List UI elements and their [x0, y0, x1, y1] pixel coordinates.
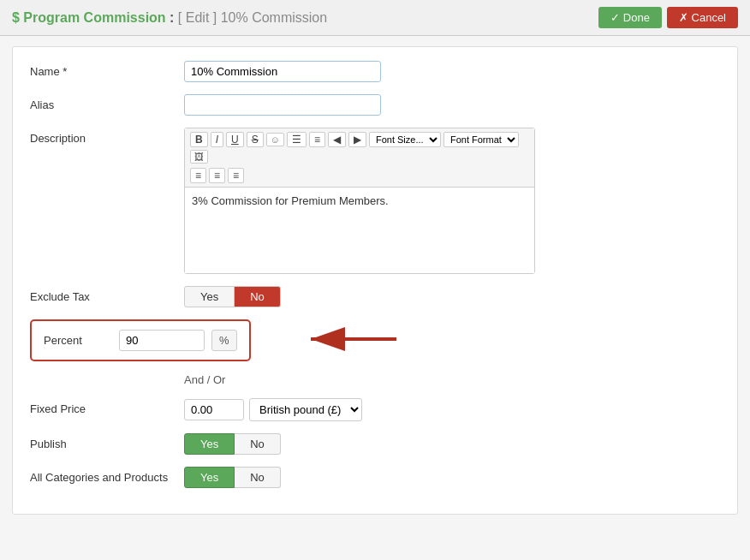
- description-control: B I U S ☺ ☰ ≡ ◀ ▶ Font Size... Font F: [184, 128, 720, 274]
- title-edit: [ Edit ] 10% Commission: [178, 10, 327, 25]
- all-categories-yes-button[interactable]: Yes: [184, 467, 235, 488]
- percent-input[interactable]: [119, 330, 205, 351]
- all-categories-row: All Categories and Products Yes No: [30, 467, 720, 488]
- list-unordered-button[interactable]: ☰: [287, 132, 307, 147]
- publish-row: Publish Yes No: [30, 433, 720, 455]
- fixed-price-control: British pound (£) US dollar ($) Euro (€): [184, 398, 720, 421]
- align-left2-button[interactable]: ≡: [190, 168, 206, 183]
- exclude-tax-yes-button[interactable]: Yes: [184, 286, 235, 307]
- underline-button[interactable]: U: [226, 132, 244, 147]
- align-center-button[interactable]: ▶: [348, 132, 366, 147]
- align-right2-button[interactable]: ≡: [228, 168, 244, 183]
- editor-content[interactable]: 3% Commission for Premium Members.: [185, 188, 534, 273]
- fixed-price-label: Fixed Price: [30, 398, 184, 415]
- all-categories-no-button[interactable]: No: [235, 467, 281, 488]
- font-size-select[interactable]: Font Size...: [369, 132, 441, 147]
- font-format-select[interactable]: Font Format: [443, 132, 519, 147]
- italic-button[interactable]: I: [211, 132, 223, 147]
- and-or-text: And / Or: [184, 373, 225, 386]
- page-wrapper: $ Program Commission : [ Edit ] 10% Comm…: [0, 0, 750, 560]
- publish-toggle: Yes No: [184, 433, 720, 455]
- arrow-container: [302, 322, 405, 359]
- strikethrough-button[interactable]: S: [247, 132, 264, 147]
- alias-row: Alias: [30, 94, 720, 116]
- name-label: Name *: [30, 61, 184, 78]
- done-button[interactable]: ✓ Done: [598, 7, 662, 28]
- percent-sign: %: [211, 330, 237, 351]
- title-program: Program Commission: [23, 10, 165, 25]
- smiley-button[interactable]: ☺: [266, 133, 284, 146]
- list-ordered-button[interactable]: ≡: [309, 132, 325, 147]
- cancel-button[interactable]: ✗ Cancel: [667, 7, 738, 28]
- align-center2-button[interactable]: ≡: [209, 168, 225, 183]
- exclude-tax-toggle: Yes No: [184, 286, 720, 307]
- red-arrow-svg: [302, 322, 405, 356]
- alias-label: Alias: [30, 94, 184, 111]
- editor-wrapper: B I U S ☺ ☰ ≡ ◀ ▶ Font Size... Font F: [184, 128, 535, 274]
- name-row: Name *: [30, 61, 720, 82]
- editor-toolbar: B I U S ☺ ☰ ≡ ◀ ▶ Font Size... Font F: [185, 128, 534, 188]
- alias-control: [184, 94, 720, 116]
- name-control: [184, 61, 720, 82]
- exclude-tax-no-button[interactable]: No: [235, 286, 281, 307]
- description-row: Description B I U S ☺ ☰ ≡ ◀ ▶ Font Siz: [30, 128, 720, 274]
- publish-yes-button[interactable]: Yes: [184, 433, 235, 455]
- form-area: Name * Alias Description B I U S: [12, 46, 738, 515]
- exclude-tax-row: Exclude Tax Yes No: [30, 286, 720, 307]
- all-categories-control: Yes No: [184, 467, 720, 488]
- publish-no-button[interactable]: No: [235, 433, 281, 455]
- name-input[interactable]: [184, 61, 381, 82]
- and-or-row: And / Or: [30, 373, 720, 386]
- exclude-tax-label: Exclude Tax: [30, 286, 184, 303]
- all-categories-toggle: Yes No: [184, 467, 720, 488]
- exclude-tax-control: Yes No: [184, 286, 720, 307]
- image-button[interactable]: 🖼: [190, 150, 208, 164]
- all-categories-label: All Categories and Products: [30, 467, 184, 484]
- bold-button[interactable]: B: [190, 132, 208, 147]
- fixed-price-input[interactable]: [184, 399, 244, 420]
- publish-control: Yes No: [184, 433, 720, 455]
- fixed-price-row: Fixed Price British pound (£) US dollar …: [30, 398, 720, 421]
- percent-section: Percent %: [30, 319, 251, 361]
- header-buttons: ✓ Done ✗ Cancel: [598, 7, 738, 28]
- percent-row: Percent %: [30, 319, 720, 361]
- currency-select[interactable]: British pound (£) US dollar ($) Euro (€): [249, 398, 362, 421]
- dollar-icon: $: [12, 10, 20, 25]
- page-header: $ Program Commission : [ Edit ] 10% Comm…: [0, 0, 750, 36]
- title-separator: :: [170, 10, 178, 25]
- description-label: Description: [30, 128, 184, 145]
- align-left-button[interactable]: ◀: [328, 132, 346, 147]
- alias-input[interactable]: [184, 94, 381, 116]
- percent-label: Percent: [44, 334, 112, 347]
- page-title: $ Program Commission : [ Edit ] 10% Comm…: [12, 10, 327, 26]
- publish-label: Publish: [30, 433, 184, 450]
